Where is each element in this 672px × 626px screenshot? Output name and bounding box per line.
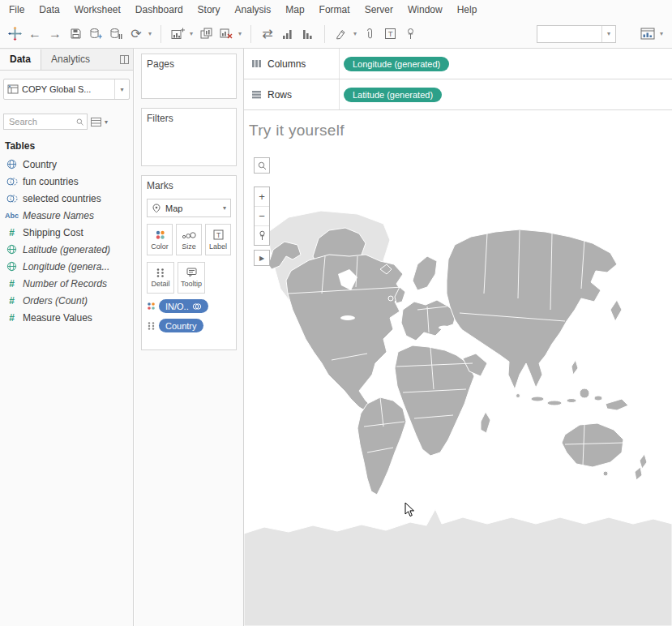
pages-card[interactable]: Pages bbox=[141, 54, 237, 99]
field-measure-values[interactable]: # Measure Values bbox=[0, 309, 133, 326]
menu-data[interactable]: Data bbox=[32, 0, 66, 19]
field-selected-countries[interactable]: selected countries bbox=[0, 190, 133, 207]
show-me-caret[interactable]: ▾ bbox=[657, 30, 666, 37]
run-auto-updates-caret[interactable]: ▾ bbox=[146, 30, 154, 37]
group-members-button[interactable] bbox=[360, 24, 379, 45]
pill-longitude-generated[interactable]: Longitude (generated) bbox=[344, 57, 449, 71]
tables-section-label: Tables bbox=[5, 140, 133, 152]
sort-descending-button[interactable] bbox=[298, 24, 318, 45]
marks-card: Marks Map ▾ Color Size T Label bbox=[141, 175, 237, 350]
save-button[interactable] bbox=[66, 24, 85, 45]
show-me-button[interactable] bbox=[638, 24, 657, 45]
highlight-caret[interactable]: ▾ bbox=[351, 30, 359, 37]
datasource-selector[interactable]: COPY Global S... ▾ bbox=[3, 79, 130, 100]
menu-window[interactable]: Window bbox=[400, 0, 450, 19]
sort-ascending-icon bbox=[282, 28, 293, 40]
chevron-down-icon: ▾ bbox=[601, 26, 615, 42]
pill-in-out-set[interactable]: IN/O.. bbox=[159, 299, 208, 313]
menu-dashboard[interactable]: Dashboard bbox=[128, 0, 190, 19]
tableau-logo-icon[interactable] bbox=[5, 24, 24, 45]
new-worksheet-icon bbox=[171, 28, 185, 40]
sheet-title[interactable]: Try it yourself bbox=[249, 122, 345, 139]
field-shipping-cost[interactable]: # Shipping Cost bbox=[0, 224, 133, 241]
paperclip-icon bbox=[365, 28, 375, 40]
menu-story[interactable]: Story bbox=[190, 0, 228, 19]
zoom-home-button[interactable] bbox=[255, 226, 269, 245]
run-auto-updates-button[interactable]: ⟳ bbox=[126, 24, 146, 45]
menu-worksheet[interactable]: Worksheet bbox=[67, 0, 128, 19]
filters-card[interactable]: Filters bbox=[141, 108, 237, 166]
clear-sheet-caret[interactable]: ▾ bbox=[236, 30, 244, 37]
field-orders-count[interactable]: # Orders (Count) bbox=[0, 292, 133, 309]
highlight-button[interactable] bbox=[332, 24, 351, 45]
menu-help[interactable]: Help bbox=[450, 0, 485, 19]
undo-button[interactable]: ← bbox=[25, 24, 45, 45]
world-map[interactable] bbox=[244, 151, 672, 626]
map-search-button[interactable] bbox=[254, 157, 270, 174]
rows-shelf-content[interactable]: Latitude (generated) bbox=[340, 88, 672, 102]
pill-latitude-generated[interactable]: Latitude (generated) bbox=[344, 88, 442, 102]
fit-selector[interactable]: ▾ bbox=[537, 25, 616, 43]
mark-buttons-row-2: Detail Tooltip bbox=[147, 262, 231, 294]
duplicate-sheet-button[interactable] bbox=[196, 24, 216, 45]
clear-sheet-button[interactable] bbox=[216, 24, 236, 45]
map-view[interactable]: + − ▶ bbox=[244, 151, 672, 626]
pill-country[interactable]: Country bbox=[159, 319, 203, 332]
color-button[interactable]: Color bbox=[147, 224, 173, 255]
filters-label: Filters bbox=[147, 113, 231, 124]
new-data-source-button[interactable] bbox=[86, 24, 105, 45]
zoom-out-button[interactable]: − bbox=[255, 207, 269, 226]
show-me-icon bbox=[640, 28, 655, 40]
menu-analysis[interactable]: Analysis bbox=[228, 0, 279, 19]
swap-rows-columns-button[interactable]: ⇄ bbox=[258, 24, 277, 45]
field-longitude-generated[interactable]: Longitude (genera... bbox=[0, 258, 133, 275]
field-latitude-generated[interactable]: Latitude (generated) bbox=[0, 241, 133, 258]
text-label-icon: T bbox=[384, 28, 396, 40]
color-pill-row: IN/O.. bbox=[147, 299, 231, 313]
mark-type-selector[interactable]: Map ▾ bbox=[147, 199, 231, 217]
pages-label: Pages bbox=[147, 58, 231, 70]
new-worksheet-button[interactable] bbox=[168, 24, 187, 45]
sort-ascending-button[interactable] bbox=[278, 24, 297, 45]
search-input[interactable] bbox=[7, 116, 76, 127]
toolbar-separator bbox=[250, 25, 251, 43]
menu-format[interactable]: Format bbox=[312, 0, 357, 19]
fix-axes-button[interactable] bbox=[400, 24, 420, 45]
menu-server[interactable]: Server bbox=[357, 0, 400, 19]
show-mark-labels-button[interactable]: T bbox=[380, 24, 400, 45]
redo-button[interactable]: → bbox=[45, 24, 65, 45]
tab-data[interactable]: Data bbox=[0, 49, 41, 70]
label-button[interactable]: T Label bbox=[205, 224, 231, 255]
tooltip-icon bbox=[186, 268, 197, 277]
field-fun-countries[interactable]: fun countries bbox=[0, 173, 133, 190]
pin-icon bbox=[405, 28, 416, 40]
menu-file[interactable]: File bbox=[2, 0, 32, 19]
tooltip-button[interactable]: Tooltip bbox=[178, 262, 205, 294]
field-number-of-records[interactable]: # Number of Records bbox=[0, 275, 133, 292]
set-icon bbox=[5, 177, 19, 187]
view-as-grid-icon[interactable] bbox=[91, 118, 101, 126]
map-zoom-controls: + − bbox=[254, 187, 270, 246]
menu-map[interactable]: Map bbox=[278, 0, 311, 19]
map-controls-flyout-button[interactable]: ▶ bbox=[254, 250, 270, 266]
detail-button[interactable]: Detail bbox=[147, 262, 174, 294]
undo-icon: ← bbox=[28, 27, 41, 41]
number-icon: # bbox=[5, 278, 19, 289]
pause-auto-updates-button[interactable] bbox=[106, 24, 126, 45]
size-button[interactable]: Size bbox=[176, 224, 202, 255]
detail-icon bbox=[156, 268, 165, 277]
flyout-arrow-icon: ▶ bbox=[259, 255, 264, 262]
field-options-caret[interactable]: ▾ bbox=[105, 118, 108, 126]
toolbar-separator bbox=[324, 25, 325, 43]
run-auto-updates-group: ⟳ ▾ bbox=[126, 24, 154, 45]
field-country[interactable]: Country bbox=[0, 156, 133, 173]
columns-shelf-content[interactable]: Longitude (generated) bbox=[340, 57, 672, 71]
new-worksheet-caret[interactable]: ▾ bbox=[187, 30, 195, 37]
color-shelf-icon bbox=[147, 302, 156, 311]
tab-analytics[interactable]: Analytics bbox=[41, 49, 100, 70]
tableau-window: File Data Worksheet Dashboard Story Anal… bbox=[0, 0, 672, 626]
field-measure-names[interactable]: Abc Measure Names bbox=[0, 207, 133, 224]
datasource-caret-icon[interactable]: ▾ bbox=[114, 79, 129, 99]
zoom-in-button[interactable]: + bbox=[255, 187, 269, 207]
pane-toggle-icon[interactable] bbox=[120, 55, 129, 64]
